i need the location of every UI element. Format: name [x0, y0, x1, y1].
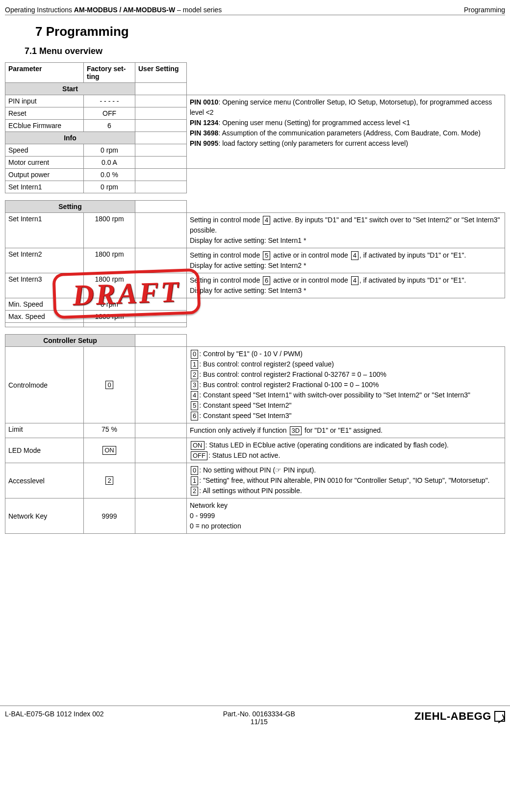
desc-si2-c: , if activated by inputs "D1" or "E1". — [359, 251, 466, 259]
col-parameter: Parameter — [5, 63, 84, 83]
user-motor-current — [135, 157, 187, 169]
user-reset — [135, 107, 187, 120]
brand-text: ZIEHL-ABEGG — [414, 710, 491, 723]
page-footer: L-BAL-E075-GB 1012 Index 002 Part.-No. 0… — [0, 706, 510, 734]
factory-limit: 75 % — [84, 423, 135, 438]
user-accesslevel — [135, 463, 187, 498]
section-title: 7.1 Menu overview — [25, 46, 505, 56]
factory-network-key: 9999 — [84, 498, 135, 534]
factory-accesslevel: 2 — [84, 463, 135, 498]
desc-si3-c: , if activated by inputs "D1" or "E1". — [359, 276, 466, 284]
footer-center: Part.-No. 00163334-GB 11/15 — [223, 710, 295, 726]
factory-max-speed: 1800 rpm — [84, 311, 135, 323]
brand-icon — [494, 711, 505, 722]
box-1: 1 — [191, 476, 198, 485]
factory-set-intern1-info: 0 rpm — [84, 181, 135, 193]
param-accesslevel: Accesslevel — [5, 463, 84, 498]
led-on-text: : Status LED in ECblue active (operating… — [205, 441, 449, 449]
box-0: 0 — [191, 466, 198, 475]
user-set-intern1-info — [135, 181, 187, 193]
factory-set-intern2: 1800 rpm — [84, 248, 135, 273]
cm-l5: : Constant speed "Set Intern2" — [199, 401, 291, 409]
factory-set-intern1: 1800 rpm — [84, 213, 135, 248]
empty-cell — [5, 323, 84, 327]
cm-l2: : Bus control: control register2 Fractio… — [199, 370, 386, 378]
desc-si3-d: Display for active setting: Set Intern3 … — [190, 287, 306, 294]
param-speed: Speed — [5, 144, 84, 157]
empty-cell — [187, 83, 505, 95]
desc-led-mode: ON: Status LED in ECblue active (operati… — [187, 438, 505, 463]
user-limit — [135, 423, 187, 438]
user-set-intern3 — [135, 273, 187, 298]
footer-page: 11/15 — [251, 718, 268, 726]
box-0: 0 — [191, 350, 198, 359]
box-4: 4 — [263, 216, 270, 225]
factory-reset: OFF — [84, 107, 135, 120]
page-header: Operating Instructions AM-MODBUS / AM-MO… — [5, 6, 505, 15]
limit-a: Function only actively if function — [190, 426, 289, 434]
pin-9095-label: PIN 9095 — [190, 139, 218, 147]
nk-l3: 0 = no protection — [190, 522, 241, 530]
header-right: Programming — [464, 6, 505, 14]
empty-cell — [135, 132, 187, 144]
desc-si3-b: active or in control mode — [271, 276, 350, 284]
factory-motor-current: 0.0 A — [84, 157, 135, 169]
param-controlmode: Controlmode — [5, 347, 84, 423]
desc-si1-c: Display for active setting: Set Intern1 … — [190, 236, 306, 244]
empty-cell — [135, 335, 187, 347]
pin-0010-text: : Opening service menu (Controller Setup… — [190, 98, 492, 116]
col-user: User Setting — [135, 63, 187, 83]
col-user-label: User Setting — [138, 65, 178, 73]
empty-cell — [135, 201, 187, 213]
desc-controlmode: 0: Control by "E1" (0 - 10 V / PWM) 1: B… — [187, 347, 505, 423]
box-on: ON — [191, 441, 204, 450]
box-6: 6 — [191, 412, 198, 420]
brand-logo: ZIEHL-ABEGG — [414, 710, 505, 723]
pin-0010-label: PIN 0010 — [190, 98, 218, 106]
header-left-bold: AM-MODBUS / AM-MODBUS-W — [74, 6, 175, 14]
param-limit: Limit — [5, 423, 84, 438]
desc-accesslevel: 0: No setting without PIN (☞ PIN input).… — [187, 463, 505, 498]
desc-set-intern3: Setting in control mode 6 active or in c… — [187, 273, 505, 298]
param-set-intern1-info: Set Intern1 — [5, 181, 84, 193]
box-2: 2 — [191, 487, 198, 496]
pin-description: PIN 0010: Opening service menu (Controll… — [187, 95, 505, 169]
factory-speed: 0 rpm — [84, 144, 135, 157]
empty-cell — [135, 83, 187, 95]
box-2: 2 — [191, 370, 198, 379]
empty-cell — [187, 335, 505, 347]
user-controlmode — [135, 347, 187, 423]
nk-l1: Network key — [190, 501, 228, 509]
param-max-speed: Max. Speed — [5, 311, 84, 323]
section-setting: Setting — [5, 201, 135, 213]
param-set-intern3: Set Intern3 — [5, 273, 84, 298]
empty-cell — [135, 323, 187, 327]
header-left: Operating Instructions AM-MODBUS / AM-MO… — [5, 6, 222, 14]
user-min-speed — [135, 298, 187, 311]
user-set-intern1 — [135, 213, 187, 248]
box-6: 6 — [263, 276, 270, 285]
col-parameter-label: Parameter — [8, 65, 42, 73]
cm-l4: : Constant speed "Set Intern1" with swit… — [199, 391, 470, 399]
factory-output-power: 0.0 % — [84, 169, 135, 181]
desc-si2-d: Display for active setting: Set Intern2 … — [190, 262, 306, 269]
param-set-intern2: Set Intern2 — [5, 248, 84, 273]
desc-set-intern1: Setting in control mode 4 active. By inp… — [187, 213, 505, 248]
col-desc-spacer — [187, 63, 505, 83]
user-network-key — [135, 498, 187, 534]
box-0: 0 — [105, 381, 113, 390]
menu-table-1: Parameter Factory set- ting User Setting… — [5, 62, 505, 193]
box-off: OFF — [191, 451, 207, 460]
user-speed — [135, 144, 187, 157]
factory-ecblue: 6 — [84, 120, 135, 132]
chapter-title: 7 Programming — [35, 24, 505, 39]
desc-network-key: Network key 0 - 9999 0 = no protection — [187, 498, 505, 534]
menu-table-3: Controller Setup Controlmode 0 0: Contro… — [5, 334, 505, 534]
param-set-intern1: Set Intern1 — [5, 213, 84, 248]
desc-limit: Function only actively if function 3D fo… — [187, 423, 505, 438]
user-set-intern2 — [135, 248, 187, 273]
user-pin-input — [135, 95, 187, 107]
param-reset: Reset — [5, 107, 84, 120]
box-2: 2 — [105, 476, 113, 485]
col-factory: Factory set- ting — [84, 63, 135, 83]
